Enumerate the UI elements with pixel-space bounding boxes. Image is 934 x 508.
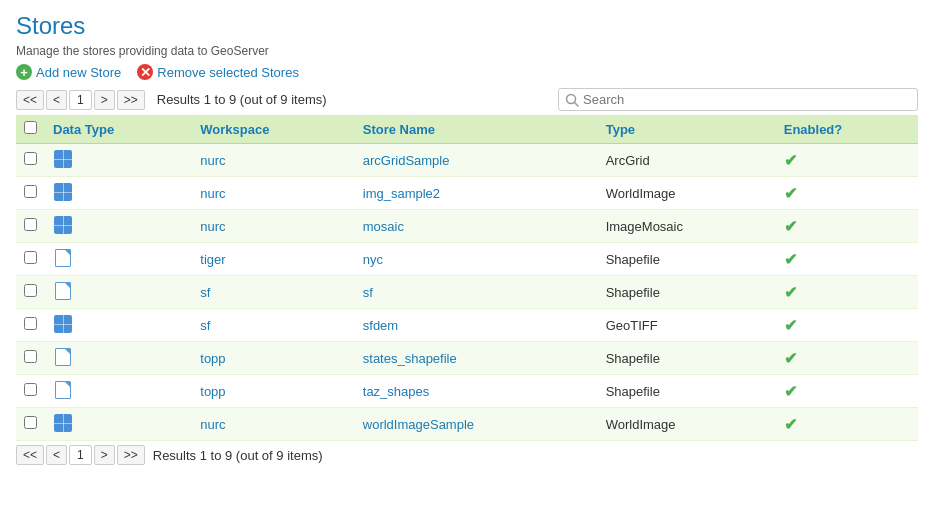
search-input[interactable]: [583, 92, 911, 107]
enabled-checkmark: ✔: [784, 383, 797, 400]
store-name-link[interactable]: worldImageSample: [363, 417, 474, 432]
enabled-checkmark: ✔: [784, 350, 797, 367]
store-name-link[interactable]: img_sample2: [363, 186, 440, 201]
vector-icon: [53, 281, 73, 301]
row-workspace: nurc: [192, 210, 354, 243]
workspace-link[interactable]: topp: [200, 351, 225, 366]
store-name-link[interactable]: mosaic: [363, 219, 404, 234]
remove-stores-link[interactable]: ✕ Remove selected Stores: [137, 64, 299, 80]
workspace-link[interactable]: topp: [200, 384, 225, 399]
row-checkbox-cell: [16, 177, 45, 210]
table-row: tigernycShapefile✔: [16, 243, 918, 276]
enabled-checkmark: ✔: [784, 284, 797, 301]
row-enabled: ✔: [776, 309, 918, 342]
select-all-checkbox[interactable]: [24, 121, 37, 134]
store-name-link[interactable]: states_shapefile: [363, 351, 457, 366]
raster-icon: [53, 314, 73, 334]
row-enabled: ✔: [776, 210, 918, 243]
row-checkbox-cell: [16, 210, 45, 243]
row-workspace: sf: [192, 276, 354, 309]
store-name-link[interactable]: nyc: [363, 252, 383, 267]
row-checkbox-cell: [16, 243, 45, 276]
pagination-top: << < 1 > >>: [16, 90, 145, 110]
svg-line-1: [575, 102, 579, 106]
store-name-link[interactable]: sfdem: [363, 318, 398, 333]
row-checkbox[interactable]: [24, 350, 37, 363]
page-subtitle: Manage the stores providing data to GeoS…: [16, 44, 918, 58]
row-checkbox-cell: [16, 309, 45, 342]
table-row: nurcarcGridSampleArcGrid✔: [16, 144, 918, 177]
add-store-link[interactable]: + Add new Store: [16, 64, 121, 80]
first-page-button-bottom[interactable]: <<: [16, 445, 44, 465]
vector-icon: [53, 380, 73, 400]
row-store-name: sfdem: [355, 309, 598, 342]
row-workspace: sf: [192, 309, 354, 342]
row-checkbox[interactable]: [24, 317, 37, 330]
table-row: sfsfdemGeoTIFF✔: [16, 309, 918, 342]
enabled-checkmark: ✔: [784, 218, 797, 235]
workspace-link[interactable]: sf: [200, 285, 210, 300]
row-store-name: worldImageSample: [355, 408, 598, 441]
enabled-checkmark: ✔: [784, 416, 797, 433]
row-checkbox[interactable]: [24, 185, 37, 198]
next-page-button[interactable]: >: [94, 90, 115, 110]
row-checkbox[interactable]: [24, 416, 37, 429]
current-page-bottom: 1: [69, 445, 92, 465]
last-page-button[interactable]: >>: [117, 90, 145, 110]
row-data-type: [45, 177, 192, 210]
row-checkbox[interactable]: [24, 251, 37, 264]
raster-icon: [53, 182, 73, 202]
remove-stores-label: Remove selected Stores: [157, 65, 299, 80]
last-page-button-bottom[interactable]: >>: [117, 445, 145, 465]
row-workspace: topp: [192, 375, 354, 408]
add-store-label: Add new Store: [36, 65, 121, 80]
row-enabled: ✔: [776, 276, 918, 309]
current-page: 1: [69, 90, 92, 110]
row-checkbox[interactable]: [24, 152, 37, 165]
search-icon: [565, 93, 579, 107]
row-checkbox-cell: [16, 276, 45, 309]
raster-icon: [53, 215, 73, 235]
row-data-type: [45, 408, 192, 441]
workspace-link[interactable]: nurc: [200, 186, 225, 201]
row-type: WorldImage: [598, 408, 776, 441]
prev-page-button-bottom[interactable]: <: [46, 445, 67, 465]
row-checkbox[interactable]: [24, 284, 37, 297]
row-type: Shapefile: [598, 342, 776, 375]
enabled-checkmark: ✔: [784, 185, 797, 202]
pagination-bottom: << < 1 > >>: [16, 445, 145, 465]
row-checkbox[interactable]: [24, 383, 37, 396]
row-enabled: ✔: [776, 243, 918, 276]
row-store-name: img_sample2: [355, 177, 598, 210]
row-type: Shapefile: [598, 243, 776, 276]
enabled-checkmark: ✔: [784, 251, 797, 268]
row-checkbox-cell: [16, 342, 45, 375]
header-store-name: Store Name: [355, 115, 598, 144]
row-data-type: [45, 243, 192, 276]
row-enabled: ✔: [776, 342, 918, 375]
search-box[interactable]: [558, 88, 918, 111]
store-name-link[interactable]: taz_shapes: [363, 384, 430, 399]
remove-icon: ✕: [137, 64, 153, 80]
row-store-name: taz_shapes: [355, 375, 598, 408]
workspace-link[interactable]: sf: [200, 318, 210, 333]
row-checkbox[interactable]: [24, 218, 37, 231]
workspace-link[interactable]: tiger: [200, 252, 225, 267]
prev-page-button[interactable]: <: [46, 90, 67, 110]
table-row: nurcimg_sample2WorldImage✔: [16, 177, 918, 210]
row-data-type: [45, 276, 192, 309]
workspace-link[interactable]: nurc: [200, 417, 225, 432]
stores-table: Data Type Workspace Store Name Type Enab…: [16, 115, 918, 441]
first-page-button[interactable]: <<: [16, 90, 44, 110]
store-name-link[interactable]: arcGridSample: [363, 153, 450, 168]
workspace-link[interactable]: nurc: [200, 153, 225, 168]
workspace-link[interactable]: nurc: [200, 219, 225, 234]
store-name-link[interactable]: sf: [363, 285, 373, 300]
next-page-button-bottom[interactable]: >: [94, 445, 115, 465]
row-enabled: ✔: [776, 408, 918, 441]
row-type: ImageMosaic: [598, 210, 776, 243]
toolbar: << < 1 > >> Results 1 to 9 (out of 9 ite…: [16, 88, 918, 111]
page-title: Stores: [16, 12, 918, 40]
header-data-type: Data Type: [45, 115, 192, 144]
row-store-name: mosaic: [355, 210, 598, 243]
